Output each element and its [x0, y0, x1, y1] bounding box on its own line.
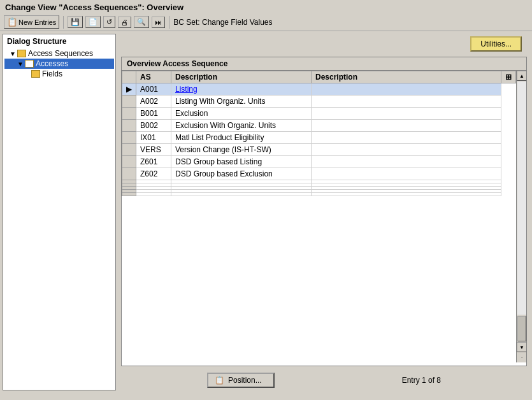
- findnext-button[interactable]: ⏭: [152, 17, 165, 28]
- row-desc1: Exclusion: [171, 108, 312, 120]
- folder-icon-accesses: [25, 60, 34, 68]
- print-icon: 🖨: [121, 18, 128, 26]
- right-panel: Utilities... Overview Access Sequence AS…: [116, 31, 532, 393]
- scroll-split-button[interactable]: ·: [517, 352, 527, 362]
- folder-icon: [17, 50, 26, 57]
- new-entries-icon: 📋: [7, 17, 17, 27]
- arrow-icon-accesses: ▼: [17, 61, 24, 68]
- table-row[interactable]: IX01Matl List Product Eligibility: [122, 132, 516, 144]
- sidebar-item-accesses[interactable]: ▼ Accesses: [4, 59, 114, 69]
- bottom-bar: 📋 Position... Entry 1 of 8: [121, 369, 527, 390]
- row-desc1: Listing With Organiz. Units: [171, 96, 312, 108]
- scroll-down-button[interactable]: ▼: [517, 342, 527, 352]
- row-selector-cell[interactable]: [122, 96, 136, 108]
- row-desc1: [171, 193, 312, 196]
- scroll-track: [517, 82, 526, 315]
- row-as: B002: [136, 120, 171, 132]
- toolbar-separator-1: [63, 16, 64, 29]
- copy-icon: 📄: [89, 18, 97, 26]
- row-desc2: [312, 156, 501, 168]
- table-row[interactable]: A002Listing With Organiz. Units: [122, 96, 516, 108]
- row-desc1: Matl List Product Eligibility: [171, 132, 312, 144]
- folder-icon-fields: [31, 70, 40, 78]
- row-desc2: [312, 144, 501, 156]
- row-desc2: [312, 193, 501, 196]
- row-desc1: DSD Group based Exclusion: [171, 168, 312, 180]
- row-desc2: [312, 96, 501, 108]
- toolbar: 📋 New Entries 💾 📄 ↺ 🖨 🔍 ⏭ BC Set: Change…: [0, 13, 532, 31]
- row-desc2: [312, 108, 501, 120]
- findnext-icon: ⏭: [155, 18, 162, 26]
- row-desc2: [312, 120, 501, 132]
- row-selector-cell[interactable]: [122, 120, 136, 132]
- row-selector-cell[interactable]: [122, 168, 136, 180]
- row-as: B001: [136, 108, 171, 120]
- table-title: Overview Access Sequence: [122, 57, 526, 71]
- row-selector-cell[interactable]: [122, 108, 136, 120]
- scroll-thumb[interactable]: [517, 316, 526, 341]
- table-row[interactable]: [122, 193, 516, 196]
- save-button[interactable]: 💾: [68, 16, 83, 28]
- table-row[interactable]: B001Exclusion: [122, 108, 516, 120]
- col-selector: [122, 71, 136, 83]
- row-selector-cell[interactable]: [122, 132, 136, 144]
- row-selector-cell[interactable]: [122, 144, 136, 156]
- row-selector-cell[interactable]: ▶: [122, 83, 136, 96]
- row-as: A002: [136, 96, 171, 108]
- find-button[interactable]: 🔍: [134, 16, 149, 28]
- position-button[interactable]: 📋 Position...: [207, 373, 275, 388]
- utilities-button[interactable]: Utilities...: [470, 36, 522, 52]
- utilities-label: Utilities...: [480, 39, 512, 48]
- position-label: Position...: [228, 376, 262, 385]
- main-content: Dialog Structure ▼ Access Sequences ▼ Ac…: [0, 31, 532, 393]
- table-row[interactable]: ▶A001Listing: [122, 83, 516, 96]
- entry-info: Entry 1 of 8: [402, 376, 441, 385]
- col-desc1: Description: [171, 71, 312, 83]
- refresh-icon: ↺: [106, 18, 112, 26]
- row-desc1: Exclusion With Organiz. Units: [171, 120, 312, 132]
- page-title: Change View "Access Sequences": Overview: [5, 3, 183, 12]
- row-desc1: DSD Group based Listing: [171, 156, 312, 168]
- title-bar: Change View "Access Sequences": Overview: [0, 0, 532, 13]
- access-sequences-table: AS Description Description ⊞ ▶A001Listin…: [122, 71, 516, 196]
- row-desc2: [312, 83, 501, 96]
- new-entries-label: New Entries: [18, 18, 56, 26]
- accesses-label: Accesses: [36, 59, 68, 68]
- copy-button[interactable]: 📄: [85, 16, 101, 28]
- sidebar-item-access-sequences[interactable]: ▼ Access Sequences: [4, 48, 114, 59]
- row-as: A001: [136, 83, 171, 96]
- table-row[interactable]: Z602DSD Group based Exclusion: [122, 168, 516, 180]
- arrow-icon: ▼: [10, 50, 16, 57]
- refresh-button[interactable]: ↺: [103, 16, 115, 28]
- col-grid-icon[interactable]: ⊞: [501, 71, 516, 83]
- row-as: Z601: [136, 156, 171, 168]
- left-panel: Dialog Structure ▼ Access Sequences ▼ Ac…: [3, 34, 116, 390]
- row-as: IX01: [136, 132, 171, 144]
- print-button[interactable]: 🖨: [118, 17, 131, 28]
- utilities-row: Utilities...: [121, 34, 527, 54]
- save-icon: 💾: [71, 18, 80, 26]
- dialog-structure-title: Dialog Structure: [4, 36, 114, 48]
- fields-label: Fields: [42, 69, 62, 78]
- row-as: Z602: [136, 168, 171, 180]
- access-sequences-label: Access Sequences: [28, 49, 93, 58]
- new-entries-button[interactable]: 📋 New Entries: [4, 15, 59, 29]
- col-as: AS: [136, 71, 171, 83]
- position-icon: 📋: [215, 376, 224, 385]
- find-icon: 🔍: [137, 18, 146, 26]
- row-as: [136, 193, 171, 196]
- row-selector-cell[interactable]: [122, 156, 136, 168]
- row-desc1[interactable]: Listing: [171, 83, 312, 96]
- row-desc1: Version Change (IS-HT-SW): [171, 144, 312, 156]
- table-row[interactable]: B002Exclusion With Organiz. Units: [122, 120, 516, 132]
- table-container: Overview Access Sequence AS Description …: [121, 57, 527, 366]
- row-desc2: [312, 168, 501, 180]
- row-selector-cell[interactable]: [122, 193, 136, 196]
- row-desc2: [312, 132, 501, 144]
- sidebar-item-fields[interactable]: ▶ Fields: [4, 69, 114, 79]
- table-row[interactable]: VERSVersion Change (IS-HT-SW): [122, 144, 516, 156]
- table-row[interactable]: Z601DSD Group based Listing: [122, 156, 516, 168]
- toolbar-separator-2: [169, 16, 169, 29]
- col-desc2: Description: [312, 71, 501, 83]
- scroll-up-button[interactable]: ▲: [517, 71, 527, 81]
